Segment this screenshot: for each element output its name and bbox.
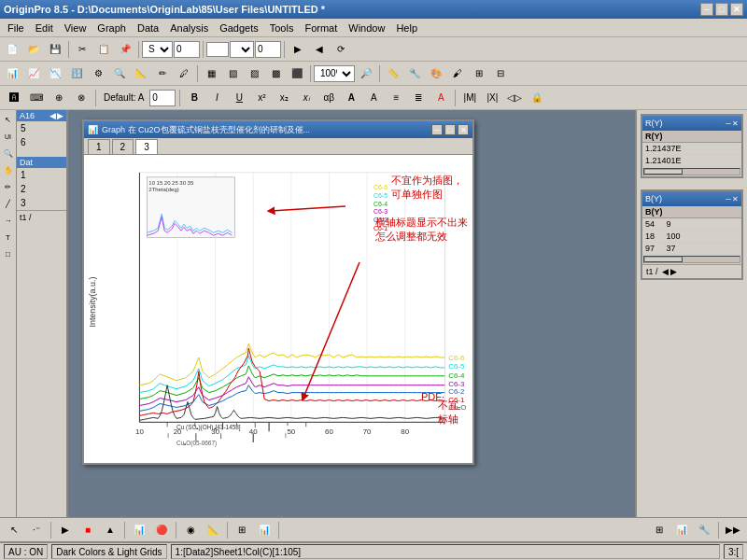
style-select[interactable]: S: [142, 41, 173, 58]
tool-rect[interactable]: □: [1, 246, 16, 261]
data-row-3[interactable]: 3: [17, 196, 66, 210]
menu-help[interactable]: Help: [390, 21, 423, 35]
project-item-5[interactable]: 5: [17, 121, 66, 135]
graph-tab-3[interactable]: 3: [135, 139, 158, 154]
tb2-btn7[interactable]: 📐: [131, 63, 151, 84]
ry-scrollbar[interactable]: [643, 168, 740, 175]
bold-button[interactable]: B: [184, 88, 204, 108]
save-button[interactable]: 💾: [45, 39, 65, 60]
tb2-btn18[interactable]: 🖌: [447, 63, 468, 84]
tb2-btn2[interactable]: 📈: [23, 63, 44, 84]
panel-nav-right[interactable]: ▶: [57, 111, 63, 120]
bottom-btn6[interactable]: 📊: [129, 520, 149, 540]
tb-btn-b[interactable]: ◀: [309, 39, 330, 60]
menu-window[interactable]: Window: [343, 21, 390, 35]
tool-text[interactable]: T: [1, 230, 16, 245]
ry-row-1[interactable]: 1.21437E: [642, 143, 741, 155]
by-row-3[interactable]: 97 37: [642, 243, 741, 255]
tb2-btn1[interactable]: 📊: [2, 63, 22, 84]
tb2-btn19[interactable]: ⊞: [469, 63, 489, 84]
text-special2[interactable]: |X|: [482, 88, 502, 108]
fontB-button[interactable]: Α: [363, 88, 384, 108]
menu-tools[interactable]: Tools: [264, 21, 300, 35]
bottom-btn12[interactable]: ⊞: [649, 520, 669, 540]
graph-close-button[interactable]: ✕: [458, 124, 469, 135]
menu-analysis[interactable]: Analysis: [164, 21, 214, 35]
graph-minimize-button[interactable]: ─: [431, 124, 443, 135]
lines-button[interactable]: ≣: [408, 88, 429, 108]
tb2-btn16[interactable]: 🔧: [404, 63, 425, 84]
by-tab-scroll[interactable]: ◀ ▶: [662, 267, 678, 276]
menu-data[interactable]: Data: [132, 21, 164, 35]
menu-gadgets[interactable]: Gadgets: [214, 21, 264, 35]
italic2-button[interactable]: xᵢ: [296, 88, 317, 108]
bottom-btn5[interactable]: ▲: [100, 520, 120, 540]
tool-draw[interactable]: ✏: [1, 179, 16, 194]
tool-pan[interactable]: ✋: [1, 162, 16, 177]
open-button[interactable]: 📂: [23, 39, 44, 60]
tb2-btn13[interactable]: ▩: [265, 63, 286, 84]
by-row-2[interactable]: 18 100: [642, 231, 741, 243]
tool-ui[interactable]: UI: [1, 129, 16, 144]
panel-nav-left[interactable]: ◀: [49, 111, 56, 120]
bottom-btn3[interactable]: ▶: [55, 520, 76, 540]
alpha-button[interactable]: αβ: [318, 88, 339, 108]
ry-minimize[interactable]: ─: [726, 119, 731, 128]
data-row-2[interactable]: 2: [17, 182, 66, 196]
italic-button[interactable]: I: [206, 88, 227, 108]
color-text-button[interactable]: A: [430, 88, 451, 108]
bottom-btn14[interactable]: 🔧: [694, 520, 714, 540]
bottom-btn9[interactable]: 📐: [203, 520, 223, 540]
bottom-btn11[interactable]: 📊: [254, 520, 275, 540]
tool-select[interactable]: ↖: [1, 112, 16, 127]
bottom-btn1[interactable]: ↖: [4, 520, 24, 540]
tool-line[interactable]: ╱: [1, 196, 16, 211]
close-button[interactable]: ✕: [730, 3, 743, 16]
fontA-button[interactable]: A: [341, 88, 361, 108]
by-minimize[interactable]: ─: [726, 195, 731, 203]
project-item-6[interactable]: 6: [17, 135, 66, 149]
by-tab-t1[interactable]: t1 /: [646, 267, 658, 276]
zoom-select[interactable]: 100%: [314, 65, 355, 82]
bottom-btn13[interactable]: 📊: [671, 520, 692, 540]
size-input[interactable]: [174, 41, 200, 58]
bottom-btn10[interactable]: ⊞: [232, 520, 252, 540]
tool-zoom[interactable]: 🔍: [1, 146, 16, 161]
tb2-btn12[interactable]: ▨: [244, 63, 264, 84]
ry-close[interactable]: ✕: [732, 119, 739, 128]
text-btn4[interactable]: ⊗: [71, 88, 92, 108]
paste-button[interactable]: 📌: [115, 39, 135, 60]
tb2-btn20[interactable]: ⊟: [490, 63, 511, 84]
subscript-button[interactable]: x₂: [274, 88, 294, 108]
text-btn2[interactable]: ⌨: [26, 88, 47, 108]
tb2-btn3[interactable]: 📉: [45, 63, 65, 84]
tb2-btn5[interactable]: ⚙: [88, 63, 108, 84]
menu-edit[interactable]: Edit: [30, 21, 59, 35]
maximize-button[interactable]: □: [715, 3, 728, 16]
copy-button[interactable]: 📋: [93, 39, 114, 60]
minimize-button[interactable]: ─: [700, 3, 713, 16]
tb2-zoom-in[interactable]: 🔎: [356, 63, 376, 84]
tb-btn-c[interactable]: ⟳: [331, 39, 351, 60]
tb2-btn11[interactable]: ▧: [222, 63, 243, 84]
underline-button[interactable]: U: [229, 88, 249, 108]
graph-tab-2[interactable]: 2: [112, 139, 134, 154]
by-row-1[interactable]: 54 9: [642, 218, 741, 231]
text-special1[interactable]: |M|: [459, 88, 480, 108]
color-box[interactable]: [206, 42, 229, 57]
text-special3[interactable]: ◁▷: [504, 88, 525, 108]
tb2-btn8[interactable]: ✏: [152, 63, 173, 84]
text-btn3[interactable]: ⊕: [49, 88, 69, 108]
bottom-btn8[interactable]: ◉: [180, 520, 201, 540]
tb2-btn4[interactable]: 🔢: [66, 63, 87, 84]
menu-file[interactable]: File: [2, 21, 30, 35]
tb2-btn17[interactable]: 🎨: [426, 63, 446, 84]
by-scrollbar[interactable]: [643, 256, 740, 263]
tb2-btn9[interactable]: 🖊: [174, 63, 194, 84]
align-button[interactable]: ≡: [386, 88, 406, 108]
tb-btn-a[interactable]: ▶: [288, 39, 308, 60]
menu-view[interactable]: View: [59, 21, 92, 35]
tool-arrow[interactable]: →: [1, 213, 16, 228]
by-close[interactable]: ✕: [732, 195, 739, 203]
data-tab[interactable]: t1 /: [17, 210, 66, 224]
